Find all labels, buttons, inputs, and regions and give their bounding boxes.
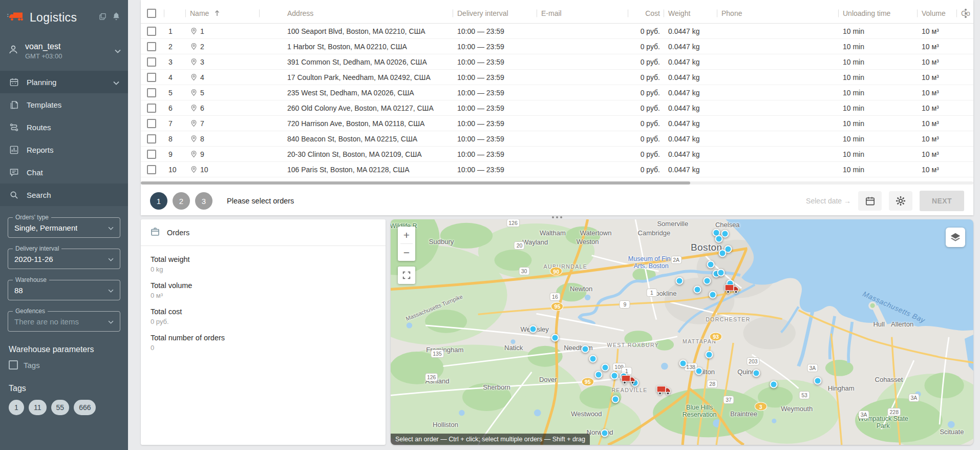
order-marker[interactable] <box>676 277 684 284</box>
order-cost: 0 руб. <box>628 85 664 100</box>
zoom-in-button[interactable]: + <box>398 227 415 243</box>
filter-select[interactable]: Orders' type Single, Permanent <box>8 217 120 238</box>
order-interval: 10:00 — 23:59 <box>453 24 537 38</box>
order-marker[interactable] <box>551 334 559 342</box>
user-menu[interactable]: voan_test GMT +03:00 <box>0 35 128 67</box>
truck-marker[interactable] <box>725 283 740 296</box>
row-checkbox[interactable] <box>147 150 156 159</box>
step-circle[interactable]: 1 <box>150 192 167 210</box>
order-marker[interactable] <box>695 367 703 375</box>
chat-icon <box>9 167 19 177</box>
filter-select[interactable]: Delivery interval 2020-11-26 <box>8 249 120 269</box>
map-overlays: Boston Somerville Cambridge Watertown Wa… <box>391 219 973 445</box>
select-all-checkbox[interactable] <box>147 9 156 18</box>
row-checkbox[interactable] <box>147 57 156 67</box>
order-marker[interactable] <box>679 360 687 367</box>
order-marker[interactable] <box>582 345 589 353</box>
order-email <box>537 147 628 161</box>
table-row[interactable]: 10 10 106 Paris St, Boston, MA 02128, СШ… <box>141 162 973 177</box>
map[interactable]: Boston Somerville Cambridge Watertown Wa… <box>391 219 973 445</box>
order-marker[interactable] <box>715 235 722 242</box>
truck-marker[interactable] <box>621 374 636 386</box>
windows-icon[interactable] <box>98 12 107 23</box>
filter-select[interactable]: Geofences There are no items <box>8 311 120 332</box>
row-number: 8 <box>164 131 186 146</box>
order-marker[interactable] <box>589 355 596 363</box>
order-email <box>537 100 628 115</box>
row-checkbox[interactable] <box>147 42 156 51</box>
map-label: Museum of Fine Arts, Boston <box>621 255 681 270</box>
table-row[interactable]: 3 3 391 Common St, Dedham, MA 02026, США… <box>141 54 973 70</box>
calendar-button[interactable] <box>858 191 882 211</box>
column-header-name[interactable]: Name <box>186 3 260 23</box>
order-marker[interactable] <box>707 261 714 269</box>
sidebar-item[interactable]: Templates <box>0 93 128 116</box>
row-checkbox[interactable] <box>147 73 156 82</box>
row-checkbox[interactable] <box>147 88 156 97</box>
scrollbar-thumb[interactable] <box>141 181 690 185</box>
order-marker[interactable] <box>706 351 713 359</box>
order-name-cell: 7 <box>186 116 260 131</box>
fullscreen-button[interactable] <box>398 267 415 284</box>
notifications-icon[interactable] <box>112 12 121 23</box>
location-pin-icon <box>190 43 198 50</box>
tag-chip[interactable]: 11 <box>29 400 47 415</box>
sidebar-item-label: Reports <box>27 146 54 154</box>
order-marker[interactable] <box>703 277 711 284</box>
tag-chip[interactable]: 666 <box>74 400 96 415</box>
order-volume: 10 м³ <box>918 85 957 100</box>
order-marker[interactable] <box>601 363 609 371</box>
filter-select[interactable]: Warehouse 88 <box>8 280 120 300</box>
row-checkbox[interactable] <box>147 134 156 144</box>
table-row[interactable]: 9 9 20-30 Clinton St, Boston, MA 02109, … <box>141 147 973 162</box>
location-pin-icon <box>190 119 198 127</box>
table-row[interactable]: 4 4 17 Coulton Park, Needham, MA 02492, … <box>141 70 973 85</box>
order-marker[interactable] <box>718 250 726 257</box>
table-row[interactable]: 8 8 840 Beacon St, Boston, MA 02215, США… <box>141 131 973 147</box>
row-checkbox[interactable] <box>147 27 156 36</box>
layers-button[interactable] <box>946 228 965 247</box>
sidebar-item[interactable]: Reports <box>0 138 128 161</box>
map-hint: Select an order — Ctrl + click; select m… <box>391 434 590 445</box>
sidebar-item[interactable]: Search <box>0 183 128 206</box>
map-label: Massachusetts Turnpike <box>405 293 463 322</box>
order-marker[interactable] <box>595 371 603 379</box>
kebab-menu-icon[interactable] <box>963 7 968 19</box>
step-circle[interactable]: 3 <box>195 192 212 210</box>
table-row[interactable]: 7 7 720 Harrison Ave, Boston, MA 02118, … <box>141 116 973 131</box>
tag-chip[interactable]: 55 <box>51 400 70 415</box>
truck-marker[interactable] <box>656 385 672 397</box>
sidebar-item[interactable]: Planning <box>0 71 128 93</box>
table-row[interactable]: 6 6 260 Old Colony Ave, Boston, MA 02127… <box>141 100 973 116</box>
sidebar-item[interactable]: Routes <box>0 116 128 138</box>
tag-chip[interactable]: 1 <box>9 400 24 415</box>
user-name: voan_test <box>25 42 62 51</box>
order-marker[interactable] <box>529 325 537 333</box>
order-marker[interactable] <box>612 395 620 403</box>
row-checkbox[interactable] <box>147 165 156 174</box>
order-email <box>537 70 628 85</box>
resize-handle[interactable] <box>141 215 973 219</box>
table-row[interactable]: 5 5 235 West St, Dedham, MA 02026, США 1… <box>141 85 973 100</box>
order-marker[interactable] <box>709 291 717 298</box>
order-comment <box>957 85 973 100</box>
order-marker[interactable] <box>814 377 822 385</box>
order-marker[interactable] <box>721 230 729 238</box>
row-checkbox[interactable] <box>147 119 156 128</box>
order-marker[interactable] <box>693 285 701 293</box>
step-circle[interactable]: 2 <box>173 192 190 210</box>
settings-button[interactable] <box>889 191 912 211</box>
order-marker[interactable] <box>717 269 725 276</box>
order-marker[interactable] <box>770 380 777 388</box>
next-button[interactable]: NEXT <box>920 191 964 211</box>
order-marker[interactable] <box>752 369 760 377</box>
table-row[interactable]: 1 1 100 Seaport Blvd, Boston, MA 02210, … <box>141 24 973 39</box>
order-marker[interactable] <box>610 372 618 380</box>
sidebar-item[interactable]: Chat <box>0 161 128 183</box>
table-row[interactable]: 2 2 1 Harbor St, Boston, MA 02210, США 1… <box>141 39 973 54</box>
order-email <box>537 116 628 131</box>
tags-checkbox[interactable] <box>9 360 18 370</box>
order-marker[interactable] <box>601 429 608 437</box>
zoom-out-button[interactable]: − <box>398 244 415 261</box>
row-checkbox[interactable] <box>147 104 156 113</box>
